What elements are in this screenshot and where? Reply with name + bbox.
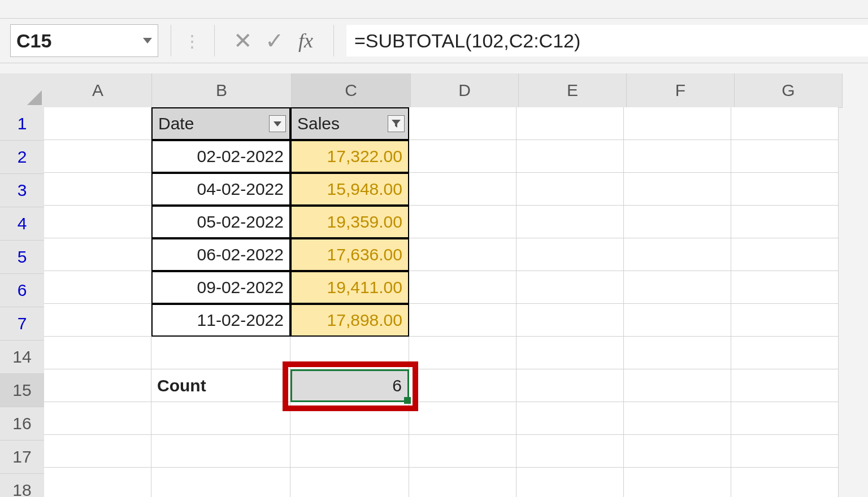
table-header-date[interactable]: Date [151,107,290,140]
column-header-D[interactable]: D [411,73,519,108]
cell-E6[interactable] [517,271,624,304]
fill-handle[interactable] [404,397,411,404]
cell-E5[interactable] [517,238,624,271]
column-header-G[interactable]: G [735,73,843,108]
cell-A17[interactable] [44,435,151,468]
cell-E18[interactable] [517,468,624,497]
cell-D2[interactable] [409,140,517,173]
date-cell-2[interactable]: 02-02-2022 [151,140,290,173]
cell-E3[interactable] [517,173,624,206]
column-header-F[interactable]: F [627,73,735,108]
row-header-4[interactable]: 4 [0,207,45,241]
cell-F14[interactable] [624,337,731,369]
cell-B14[interactable] [151,337,290,369]
cell-B18[interactable] [151,468,290,497]
cell-E16[interactable] [517,402,624,435]
row-header-16[interactable]: 16 [0,407,45,441]
cell-B17[interactable] [151,435,290,468]
cell-F2[interactable] [624,140,731,173]
date-cell-3[interactable]: 04-02-2022 [151,173,290,206]
select-all-corner[interactable] [0,73,45,108]
cell-G14[interactable] [731,337,839,369]
date-cell-7[interactable]: 11-02-2022 [151,304,290,337]
name-box[interactable]: C15 [10,24,158,57]
cell-A18[interactable] [44,468,151,497]
sales-cell-2[interactable]: 17,322.00 [290,140,409,173]
cell-D15[interactable] [409,369,517,402]
row-header-14[interactable]: 14 [0,341,45,374]
selected-cell-C15[interactable]: 6 [290,369,409,402]
cell-D18[interactable] [409,468,517,497]
sales-cell-3[interactable]: 15,948.00 [290,173,409,206]
row-header-6[interactable]: 6 [0,274,45,307]
cell-C14[interactable] [290,337,409,369]
date-cell-6[interactable]: 09-02-2022 [151,271,290,304]
cell-A7[interactable] [44,304,151,337]
cell-E4[interactable] [517,206,624,238]
row-header-18[interactable]: 18 [0,474,45,497]
cell-B16[interactable] [151,402,290,435]
cell-G6[interactable] [731,271,839,304]
row-header-5[interactable]: 5 [0,241,45,274]
cell-E7[interactable] [517,304,624,337]
cell-G7[interactable] [731,304,839,337]
cell-F16[interactable] [624,402,731,435]
sales-cell-4[interactable]: 19,359.00 [290,206,409,238]
cell-A4[interactable] [44,206,151,238]
column-header-E[interactable]: E [519,73,627,108]
cell-E1[interactable] [517,107,624,140]
cell-E17[interactable] [517,435,624,468]
cell-A15[interactable] [44,369,151,402]
cell-E14[interactable] [517,337,624,369]
row-header-2[interactable]: 2 [0,141,45,174]
sales-cell-6[interactable]: 19,411.00 [290,271,409,304]
cell-E2[interactable] [517,140,624,173]
cell-F15[interactable] [624,369,731,402]
cell-G17[interactable] [731,435,839,468]
cell-F4[interactable] [624,206,731,238]
cell-G2[interactable] [731,140,839,173]
cell-F1[interactable] [624,107,731,140]
cell-D3[interactable] [409,173,517,206]
cell-G18[interactable] [731,468,839,497]
cell-F6[interactable] [624,271,731,304]
date-cell-5[interactable]: 06-02-2022 [151,238,290,271]
cell-F5[interactable] [624,238,731,271]
name-box-dropdown-icon[interactable] [143,38,152,43]
cell-F3[interactable] [624,173,731,206]
cell-A5[interactable] [44,238,151,271]
cell-D14[interactable] [409,337,517,369]
date-cell-4[interactable]: 05-02-2022 [151,206,290,238]
cell-D7[interactable] [409,304,517,337]
cell-G5[interactable] [731,238,839,271]
cell-E15[interactable] [517,369,624,402]
cell-A14[interactable] [44,337,151,369]
count-label[interactable]: Count [151,369,290,402]
sales-cell-7[interactable]: 17,898.00 [290,304,409,337]
cell-G16[interactable] [731,402,839,435]
row-header-3[interactable]: 3 [0,174,45,207]
cell-G3[interactable] [731,173,839,206]
cell-D4[interactable] [409,206,517,238]
fx-icon[interactable]: fx [298,29,313,53]
cell-A2[interactable] [44,140,151,173]
sales-cell-5[interactable]: 17,636.00 [290,238,409,271]
row-header-1[interactable]: 1 [0,107,45,141]
cell-D1[interactable] [409,107,517,140]
formula-bar-options-icon[interactable]: ⋮ [184,31,202,51]
formula-input[interactable]: =SUBTOTAL(102,C2:C12) [346,25,868,56]
cell-C16[interactable] [290,402,409,435]
cell-D17[interactable] [409,435,517,468]
column-header-A[interactable]: A [44,73,152,108]
row-header-7[interactable]: 7 [0,307,45,341]
cell-G4[interactable] [731,206,839,238]
cell-C18[interactable] [290,468,409,497]
filter-active-icon[interactable] [388,115,405,132]
column-header-B[interactable]: B [152,73,292,108]
cell-F18[interactable] [624,468,731,497]
cell-D16[interactable] [409,402,517,435]
cell-A3[interactable] [44,173,151,206]
row-header-15[interactable]: 15 [0,374,46,407]
filter-dropdown-icon[interactable] [269,115,286,132]
cell-D5[interactable] [409,238,517,271]
